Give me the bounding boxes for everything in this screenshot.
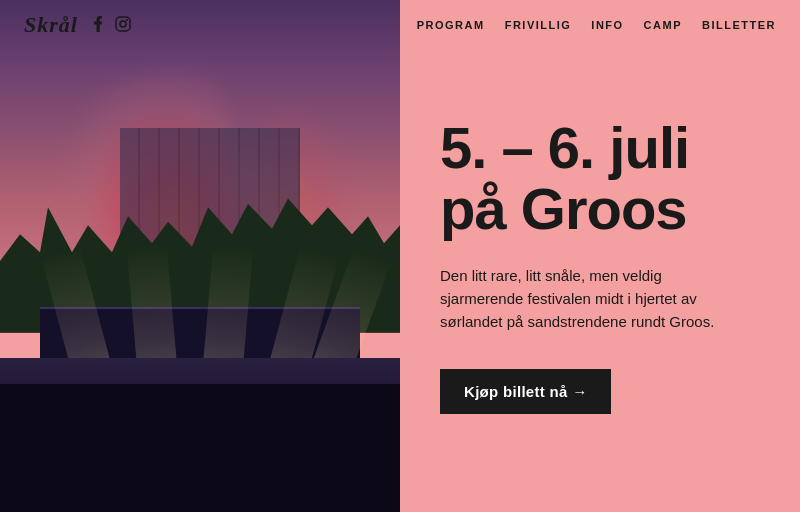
nav-item-info[interactable]: INFO [591,19,623,31]
instagram-icon[interactable] [115,16,131,35]
hero-content-panel: 5. – 6. juli på Groos Den litt rare, lit… [400,0,800,512]
facebook-icon[interactable] [94,16,103,35]
nav-item-program[interactable]: PROGRAM [417,19,485,31]
nav-item-billetter[interactable]: BILLETTER [702,19,776,31]
crowd-arms [0,384,400,396]
svg-point-2 [126,19,128,21]
header-nav: PROGRAM FRIVILLIG INFO CAMP BILLETTER [417,19,776,31]
page-container: 5. – 6. juli på Groos Den litt rare, lit… [0,0,800,512]
social-icons [94,16,131,35]
buy-ticket-button[interactable]: Kjøp billett nå → [440,369,611,414]
festival-scene [0,0,400,512]
header-left: Skrål [24,12,131,38]
logo[interactable]: Skrål [24,12,78,38]
hero-description: Den litt rare, litt snåle, men veldig sj… [440,264,740,334]
header: Skrål PROGRAM FRIVILLIG IN [0,0,800,50]
hero-title-line1: 5. – 6. juli [440,115,689,180]
hero-image-panel [0,0,400,512]
svg-rect-0 [116,17,130,31]
nav-item-frivillig[interactable]: FRIVILLIG [505,19,572,31]
crowd [0,384,400,512]
hero-title-line2: på Groos [440,176,687,241]
nav-item-camp[interactable]: CAMP [644,19,682,31]
hero-title: 5. – 6. juli på Groos [440,118,760,240]
svg-point-1 [120,21,126,27]
